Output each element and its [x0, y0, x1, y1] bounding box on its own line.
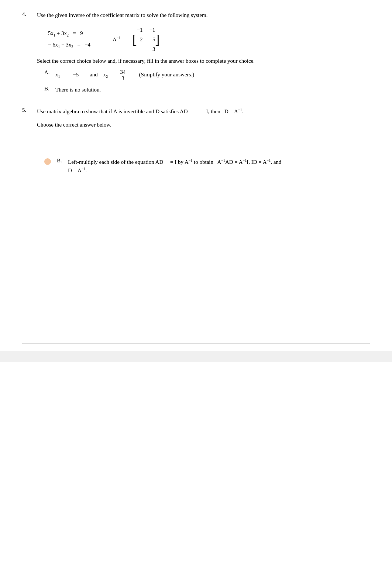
matrix-label: A−1 = — [113, 36, 125, 43]
blank-space — [22, 188, 370, 336]
matrix-block: A−1 = [ −1 −1 2 5 3 ] — [113, 25, 159, 54]
choose-instruction-5: Choose the correct answer below. — [37, 122, 370, 128]
choice-content-4a: x1 = −5 and x2 = 34 3 (Simplify your ans… — [55, 69, 194, 81]
simplify-note: (Simplify your answers.) — [139, 72, 195, 77]
problem-number-5: 5. — [22, 107, 37, 179]
m-r1c1: −1 — [137, 25, 143, 34]
m-r1c2: −1 — [149, 25, 155, 34]
choice-label-4b: B. — [44, 86, 52, 92]
m-r2c1: 2 — [137, 35, 143, 44]
problem-number-4: 4. — [22, 11, 37, 98]
select-instruction: Select the correct choice below and, if … — [37, 58, 370, 64]
equation-2: − 6x1 − 3x2 = −4 — [48, 41, 90, 49]
problem-5: 5. Use matrix algebra to show that if A … — [22, 107, 370, 179]
to-obtain-text: to obtain — [194, 159, 213, 165]
choice-5b[interactable]: B. Left-multiply each side of the equati… — [44, 158, 370, 175]
matrix-outer: [ −1 −1 2 5 3 ] — [133, 25, 160, 54]
and-text: and — [90, 72, 98, 77]
m-r3c1 — [137, 45, 143, 54]
m-r2c2: 5 — [149, 35, 155, 44]
choice-content-4b: There is no solution. — [55, 86, 101, 94]
bracket-left: [ — [133, 33, 137, 46]
problem-4-content: Use the given inverse of the coefficient… — [37, 11, 370, 98]
choice-4a: A. x1 = −5 and x2 = 34 3 (Simplify your … — [44, 69, 370, 81]
bottom-toolbar — [0, 351, 392, 362]
m-r3c2: 3 — [149, 45, 155, 54]
problem-4-title: Use the given inverse of the coefficient… — [37, 11, 370, 20]
choice-content-5b: Left-multiply each side of the equation … — [68, 158, 281, 175]
problem-4: 4. Use the given inverse of the coeffici… — [22, 11, 370, 98]
choices-4: A. x1 = −5 and x2 = 34 3 (Simplify your … — [44, 69, 370, 94]
choice-label-5b: B. — [57, 158, 64, 164]
answer-x2: 34 3 — [120, 69, 127, 81]
highlight-indicator — [44, 158, 51, 165]
choices-5: B. Left-multiply each side of the equati… — [44, 158, 370, 175]
equation-1: 5x1 + 3x2 = 9 — [48, 30, 90, 38]
problem-5-content: Use matrix algebra to show that if A is … — [37, 107, 370, 179]
answer-denominator: 3 — [121, 75, 124, 81]
choice-label-4a: A. — [44, 69, 52, 76]
equations: 5x1 + 3x2 = 9 − 6x1 − 3x2 = −4 — [48, 30, 90, 49]
problem-5-title: Use matrix algebra to show that if A is … — [37, 107, 370, 116]
system-block: 5x1 + 3x2 = 9 − 6x1 − 3x2 = −4 A−1 = [ −… — [48, 25, 370, 54]
choice-4b: B. There is no solution. — [44, 86, 370, 94]
matrix-values: −1 −1 2 5 3 — [137, 25, 155, 54]
page-divider — [22, 343, 370, 344]
answer-numerator: 34 — [120, 69, 127, 75]
bracket-right: ] — [155, 33, 160, 46]
